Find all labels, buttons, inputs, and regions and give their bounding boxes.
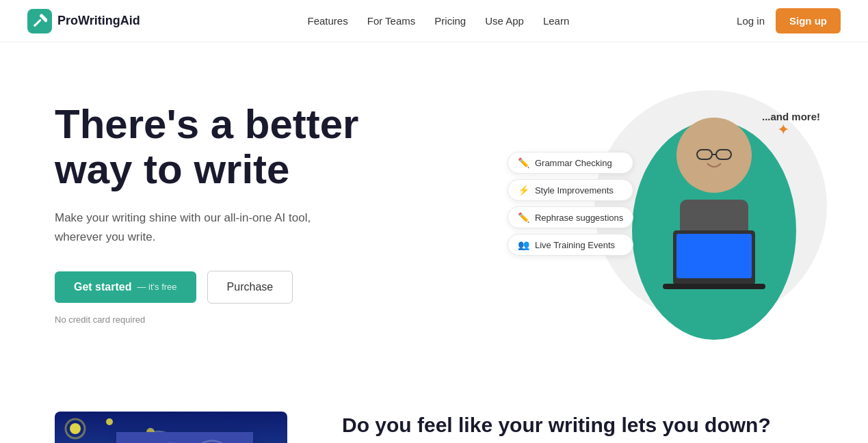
svg-point-12 — [70, 423, 81, 434]
hero-subtitle: Make your writing shine with our all-in-… — [55, 209, 328, 245]
logo-icon — [27, 9, 52, 33]
svg-rect-0 — [34, 18, 42, 27]
purchase-button[interactable]: Purchase — [207, 271, 293, 304]
art-images: My idea in my head — [55, 412, 287, 443]
logo-area[interactable]: ProWritingAid — [27, 9, 140, 33]
feature-card-style: ⚡ Style Improvements — [508, 179, 633, 201]
star-decoration: ✦ — [777, 121, 789, 139]
feature-card-training: 👥 Live Training Events — [508, 234, 633, 256]
section-two-title: Do you feel like your writing lets you d… — [342, 412, 813, 438]
svg-rect-11 — [663, 284, 765, 289]
rephrase-icon: ✏️ — [518, 212, 529, 223]
art-image-front — [116, 432, 253, 443]
grammar-icon: ✏️ — [518, 157, 529, 168]
section-two-text: Do you feel like your writing lets you d… — [342, 412, 813, 443]
hero-title: There's a better way to write — [55, 102, 487, 192]
svg-rect-17 — [116, 432, 253, 443]
feature-card-grammar: ✏️ Grammar Checking — [508, 152, 633, 174]
login-button[interactable]: Log in — [737, 15, 765, 27]
no-credit-text: No credit card required — [55, 314, 487, 325]
svg-rect-10 — [676, 234, 752, 278]
nav-links: Features For Teams Pricing Use App Learn — [308, 15, 570, 27]
nav-pricing[interactable]: Pricing — [434, 15, 466, 27]
training-icon: 👥 — [518, 239, 529, 250]
section-two: My idea in my head Do you feel like your… — [0, 371, 868, 443]
nav-features[interactable]: Features — [308, 15, 348, 27]
more-text: ...and more! — [762, 111, 820, 122]
nav-for-teams[interactable]: For Teams — [367, 15, 416, 27]
signup-button[interactable]: Sign up — [776, 8, 841, 33]
svg-point-14 — [106, 418, 113, 425]
feature-card-rephrase: ✏️ Rephrase suggestions — [508, 206, 633, 228]
style-icon: ⚡ — [518, 185, 529, 196]
hero-content: There's a better way to write Make your … — [55, 102, 487, 324]
get-started-button[interactable]: Get started — it's free — [55, 271, 196, 303]
hero-section: There's a better way to write Make your … — [0, 42, 868, 371]
hero-person-container — [625, 94, 803, 340]
nav-learn[interactable]: Learn — [543, 15, 569, 27]
navbar: ProWritingAid Features For Teams Pricing… — [0, 0, 868, 42]
logo-text: ProWritingAid — [57, 14, 140, 28]
nav-use-app[interactable]: Use App — [485, 15, 524, 27]
feature-cards: ✏️ Grammar Checking ⚡ Style Improvements… — [508, 152, 633, 256]
nav-actions: Log in Sign up — [737, 8, 841, 33]
hero-buttons: Get started — it's free Purchase — [55, 271, 487, 304]
hero-visual: ✏️ Grammar Checking ⚡ Style Improvements… — [487, 83, 841, 343]
person-bg-svg — [625, 94, 803, 340]
